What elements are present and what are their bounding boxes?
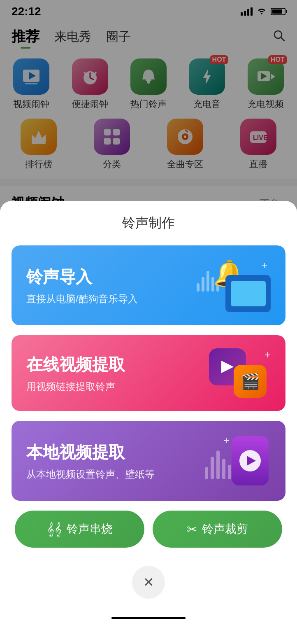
plus-icon: + (262, 259, 267, 271)
modal-sheet: 铃声制作 铃声导入 直接从电脑/酷狗音乐导入 � (0, 201, 297, 644)
computer-icon (225, 275, 271, 312)
card3-subtitle: 从本地视频设置铃声、壁纸等 (26, 468, 155, 481)
home-bar (111, 617, 186, 619)
card1-subtitle: 直接从电脑/酷狗音乐导入 (26, 292, 138, 306)
cut-icon: ✂ (187, 522, 197, 537)
btn-ringtone-mix[interactable]: 𝄞𝄞 铃声串烧 (15, 511, 144, 548)
card3-title: 本地视频提取 (26, 441, 155, 464)
card3-icon-area: + (205, 434, 271, 488)
btn-mix-label: 铃声串烧 (67, 521, 113, 537)
card1-icon-area: 🔔 + (197, 259, 271, 312)
card2-text: 在线视频提取 用视频链接提取铃声 (26, 353, 125, 393)
modal-overlay: 铃声制作 铃声导入 直接从电脑/酷狗音乐导入 � (0, 0, 297, 644)
computer-base (238, 308, 258, 312)
card-local-video[interactable]: 本地视频提取 从本地视频设置铃声、壁纸等 (12, 421, 285, 501)
home-indicator (12, 613, 285, 628)
plus-icon2: + (265, 348, 271, 361)
mix-icon: 𝄞𝄞 (47, 522, 62, 537)
play-button (239, 450, 261, 471)
card3-text: 本地视频提取 从本地视频设置铃声、壁纸等 (26, 441, 155, 481)
close-button[interactable]: ✕ (132, 566, 165, 599)
card1-text: 铃声导入 直接从电脑/酷狗音乐导入 (26, 266, 138, 306)
close-row: ✕ (12, 558, 285, 603)
app-icon-fg: 🎬 (234, 365, 267, 398)
card1-title: 铃声导入 (26, 266, 138, 288)
card2-subtitle: 用视频链接提取铃声 (26, 380, 125, 393)
phone-icon (232, 436, 269, 485)
modal-title: 铃声制作 (12, 214, 285, 232)
plus-icon3: + (223, 434, 230, 447)
card-ringtone-import[interactable]: 铃声导入 直接从电脑/酷狗音乐导入 🔔 (12, 245, 285, 325)
bottom-buttons: 𝄞𝄞 铃声串烧 ✂ 铃声裁剪 (12, 511, 285, 548)
svg-marker-25 (221, 361, 234, 373)
btn-ringtone-cut[interactable]: ✂ 铃声裁剪 (153, 511, 282, 548)
close-icon: ✕ (143, 574, 154, 590)
card2-title: 在线视频提取 (26, 353, 125, 376)
card2-icon-area: 🎬 + (205, 348, 271, 398)
btn-cut-label: 铃声裁剪 (202, 521, 248, 537)
card-online-video[interactable]: 在线视频提取 用视频链接提取铃声 🎬 + (12, 335, 285, 411)
local-soundwave (205, 442, 231, 479)
